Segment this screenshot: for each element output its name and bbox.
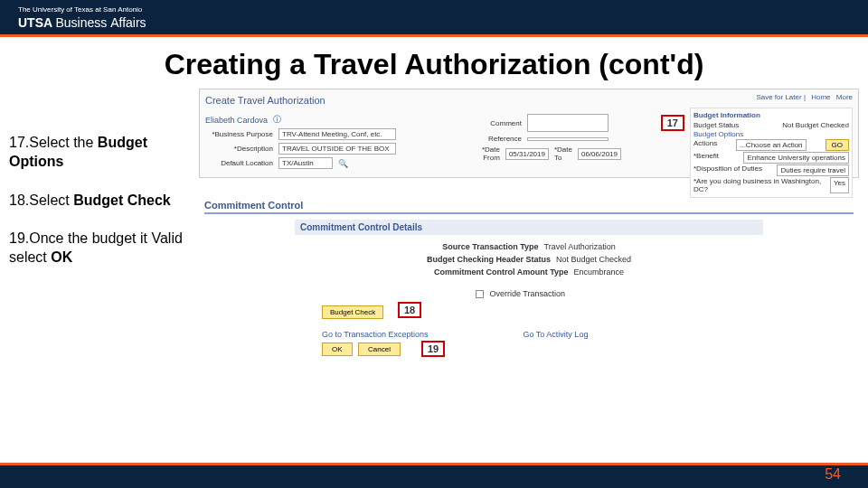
callout-19: 19 bbox=[421, 341, 445, 357]
actions-select[interactable]: ...Choose an Action bbox=[736, 139, 806, 151]
page-number: 54 bbox=[825, 466, 841, 483]
description-label: *Description bbox=[205, 145, 273, 153]
step-19: 19.Once the budget it Valid select OK bbox=[9, 230, 199, 267]
description-input[interactable]: TRAVEL OUTSIDE OF THE BOX bbox=[278, 143, 396, 155]
university-name: The University of Texas at San Antonio bbox=[18, 5, 146, 14]
commitment-details-header: Commitment Control Details bbox=[295, 220, 763, 235]
cancel-button[interactable]: Cancel bbox=[358, 343, 401, 356]
date-to-label: *Date To bbox=[554, 145, 572, 162]
date-from-input[interactable]: 05/31/2019 bbox=[505, 148, 549, 160]
more-link[interactable]: More bbox=[836, 93, 853, 101]
budget-options-link[interactable]: Budget Options bbox=[693, 130, 743, 138]
override-checkbox[interactable] bbox=[476, 290, 484, 298]
app-screenshot: Create Travel Authorization Save for Lat… bbox=[199, 89, 859, 361]
comment-input[interactable] bbox=[527, 114, 609, 132]
reference-input[interactable] bbox=[527, 137, 609, 141]
override-row: Override Transaction bbox=[476, 289, 854, 298]
step-18: 18.Select Budget Check bbox=[9, 192, 199, 211]
date-from-label: *Date From bbox=[476, 145, 500, 162]
reference-label: Reference bbox=[476, 135, 522, 143]
activity-log-link[interactable]: Go To Activity Log bbox=[524, 330, 589, 339]
go-button[interactable]: GO bbox=[826, 139, 849, 151]
business-purpose-select[interactable]: TRV-Attend Meeting, Conf, etc. bbox=[278, 128, 396, 140]
create-travel-panel: Create Travel Authorization Save for Lat… bbox=[199, 89, 859, 178]
comment-label: Comment bbox=[476, 119, 522, 127]
callout-18: 18 bbox=[398, 302, 421, 318]
search-icon[interactable]: 🔍 bbox=[338, 159, 348, 168]
budget-info-header: Budget Information bbox=[693, 111, 849, 119]
budget-info-box: Budget Information Budget StatusNot Budg… bbox=[690, 108, 853, 198]
top-links: Save for Later | Home More bbox=[752, 93, 853, 101]
business-purpose-label: *Business Purpose bbox=[205, 130, 273, 138]
commitment-title: Commitment Control bbox=[204, 200, 854, 214]
ok-button[interactable]: OK bbox=[322, 343, 353, 356]
callout-17: 17 bbox=[661, 115, 684, 131]
home-link[interactable]: Home bbox=[811, 93, 830, 101]
steps-list: 17.Select the Budget Options 18.Select B… bbox=[9, 89, 199, 361]
budget-check-button[interactable]: Budget Check bbox=[322, 305, 383, 319]
default-location-input[interactable]: TX/Austin bbox=[278, 157, 333, 169]
help-icon[interactable]: ⓘ bbox=[273, 114, 281, 126]
date-to-input[interactable]: 06/06/2019 bbox=[578, 148, 621, 160]
header-logo: UTSA Business Affairs bbox=[18, 15, 146, 30]
page-title: Creating a Travel Authorization (cont'd) bbox=[0, 48, 868, 81]
default-location-label: Default Location bbox=[205, 159, 273, 167]
save-link[interactable]: Save for Later bbox=[756, 93, 801, 101]
exceptions-link[interactable]: Go to Transaction Exceptions bbox=[322, 330, 521, 339]
step-17: 17.Select the Budget Options bbox=[9, 134, 199, 172]
footer-bar: 54 bbox=[0, 463, 868, 488]
employee-name: Eliabeth Cardova bbox=[205, 116, 268, 125]
header-bar: The University of Texas at San Antonio U… bbox=[0, 0, 868, 34]
divider bbox=[0, 34, 868, 37]
commitment-panel: Commitment Control Commitment Control De… bbox=[199, 194, 859, 361]
